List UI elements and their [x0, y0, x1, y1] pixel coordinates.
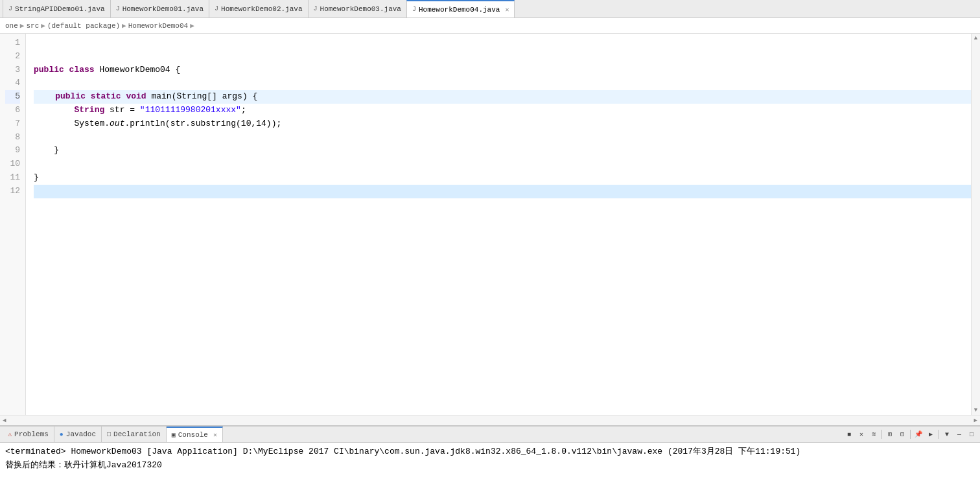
pin-btn[interactable]: 📌 [913, 428, 924, 440]
problems-icon: ⚠ [8, 430, 12, 438]
breadcrumb-separator: ▶ [122, 21, 126, 30]
line-num-1: 1 [5, 36, 20, 50]
tab-close-button[interactable]: ✕ [505, 6, 509, 14]
code-line-11: } [34, 171, 971, 185]
keyword-public: public [34, 64, 69, 77]
maximize-btn[interactable]: □ [966, 428, 977, 440]
toolbar-separator2 [910, 430, 911, 439]
console-output: <terminated> HomeworkDemo03 [Java Applic… [0, 443, 980, 503]
javadoc-icon: ● [60, 431, 64, 438]
tab-bar: J StringAPIDDemo01.java J HomeworkDemo01… [0, 0, 980, 18]
string-literal: "11011119980201xxxx" [140, 104, 241, 117]
toolbar-separator [881, 430, 882, 439]
code-line-8 [34, 131, 971, 145]
declaration-icon: □ [107, 431, 111, 438]
indent [35, 90, 55, 104]
line-num-11: 11 [5, 171, 20, 185]
code-line-10 [34, 158, 971, 171]
console-icon: ▣ [172, 431, 176, 439]
line-num-10: 10 [5, 158, 20, 171]
code-line-9: } [34, 144, 971, 158]
console-tab-close[interactable]: ✕ [213, 431, 217, 439]
breadcrumb-item[interactable]: src [26, 22, 39, 30]
system-call: System. [74, 117, 110, 131]
tab-label: HomeworkDemo04.java [419, 6, 500, 14]
semicolon: ; [241, 104, 246, 117]
code-line-6: String str = "11011119980201xxxx" ; [34, 104, 971, 117]
breadcrumb-separator: ▶ [41, 21, 45, 30]
var-str: str = [110, 104, 140, 117]
breadcrumb-item[interactable]: one [5, 22, 18, 30]
minimize-btn[interactable]: — [953, 428, 965, 440]
console-toolbar: ■ ✕ ≋ ⊞ ⊟ 📌 ▶ ▼ — □ [843, 428, 980, 440]
tab-javadoc[interactable]: ● Javadoc [54, 427, 102, 442]
line-num-9: 9 [5, 144, 20, 158]
line-numbers: 1 2 3 4 5 6 7 8 9 10 11 12 [0, 34, 26, 415]
tab-homework01[interactable]: J HomeworkDemo01.java [110, 0, 209, 18]
line-num-8: 8 [5, 131, 20, 145]
tab-problems[interactable]: ⚠ Problems [3, 427, 54, 442]
tab-label: HomeworkDemo02.java [221, 5, 302, 13]
java-file-icon: J [116, 5, 120, 12]
scroll-right-button[interactable]: ▶ [974, 417, 977, 424]
java-file-icon: J [215, 5, 218, 12]
scroll-lock-btn[interactable]: ⊞ [884, 428, 896, 440]
stop-btn[interactable]: ■ [843, 428, 855, 440]
tab-label: HomeworkDemo03.java [320, 5, 401, 13]
line-num-3: 3 [5, 64, 20, 77]
code-line-3: public class HomeworkDemo04 { [34, 64, 971, 77]
tab-javadoc-label: Javadoc [66, 430, 96, 438]
word-wrap-btn[interactable]: ⊟ [896, 428, 908, 440]
view-menu-btn[interactable]: ▼ [941, 428, 953, 440]
code-line-7: System. out .println(str.substring(10,14… [34, 117, 971, 131]
code-line-1 [34, 36, 971, 50]
tab-stringapi[interactable]: J StringAPIDDemo01.java [3, 0, 111, 18]
java-file-icon: J [8, 5, 12, 12]
scroll-up-button[interactable]: ▲ [972, 34, 980, 43]
tab-problems-label: Problems [14, 430, 49, 438]
code-line-4 [34, 76, 971, 90]
tab-homework04[interactable]: J HomeworkDemo04.java ✕ [406, 0, 515, 18]
keyword-void: void [126, 90, 151, 104]
breadcrumb-item[interactable]: (default package) [47, 22, 120, 30]
bottom-panel: ⚠ Problems ● Javadoc □ Declaration ▣ Con… [0, 425, 980, 503]
line-num-6: 6 [5, 104, 20, 117]
clear-btn[interactable]: ≋ [868, 428, 880, 440]
tab-declaration[interactable]: □ Declaration [102, 427, 167, 442]
tab-declaration-label: Declaration [113, 430, 161, 438]
indent [34, 117, 74, 131]
console-terminated-line: <terminated> HomeworkDemo03 [Java Applic… [5, 445, 975, 459]
tab-homework03[interactable]: J HomeworkDemo03.java [308, 0, 407, 18]
console-output-line: 替换后的结果：耿丹计算机Java2017320 [5, 459, 975, 473]
editor-scrollbar-h[interactable]: ◀ ▶ [0, 415, 980, 425]
scroll-left-button[interactable]: ◀ [3, 417, 6, 424]
keyword-string: String [74, 104, 110, 117]
indent [34, 144, 54, 158]
open-console-btn[interactable]: ▶ [925, 428, 937, 440]
keyword-static: static [91, 90, 126, 104]
method-main: main(String[] args) { [151, 90, 257, 104]
breadcrumb: one ▶ src ▶ (default package) ▶ Homework… [0, 18, 980, 34]
line-num-5: 5 [5, 90, 20, 104]
editor-main: 1 2 3 4 5 6 7 8 9 10 11 12 public class … [0, 34, 980, 415]
breadcrumb-item[interactable]: HomeworkDemo04 [128, 22, 188, 30]
code-line-2 [34, 50, 971, 64]
java-file-icon: J [412, 6, 416, 13]
tab-label: HomeworkDemo01.java [122, 5, 204, 13]
tab-homework02[interactable]: J HomeworkDemo02.java [209, 0, 308, 18]
code-line-12 [34, 185, 971, 198]
classname: HomeworkDemo04 { [99, 64, 180, 77]
indent [34, 104, 74, 117]
line-num-12: 12 [5, 185, 20, 198]
tab-console[interactable]: ▣ Console ✕ [167, 427, 223, 442]
closing-brace: } [54, 144, 59, 158]
class-closing-brace: } [34, 171, 39, 185]
scroll-down-button[interactable]: ▼ [972, 406, 980, 415]
println-call: .println(str.substring(10,14)); [124, 117, 281, 131]
code-editor[interactable]: public class HomeworkDemo04 { public sta… [26, 34, 971, 415]
editor-scrollbar-v[interactable]: ▲ ▼ [971, 34, 980, 415]
bottom-tabs-container: ⚠ Problems ● Javadoc □ Declaration ▣ Con… [0, 427, 843, 442]
breadcrumb-separator: ▶ [20, 21, 25, 30]
remove-btn[interactable]: ✕ [856, 428, 867, 440]
toolbar-separator3 [939, 430, 939, 439]
